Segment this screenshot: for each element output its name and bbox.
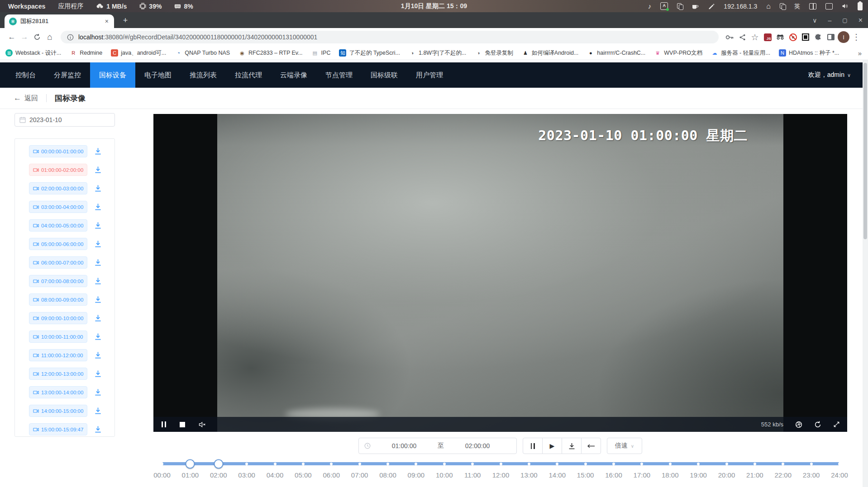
pause-button[interactable] xyxy=(523,438,543,454)
segment-download-icon[interactable] xyxy=(94,388,102,396)
segment-play-button[interactable]: 08:00:00-09:00:00 xyxy=(29,293,87,306)
bookmark-item[interactable]: ☁ 服务器 - 轻量应用... xyxy=(711,49,770,57)
site-info-icon[interactable] xyxy=(67,34,74,41)
side-panel-icon[interactable] xyxy=(825,31,837,43)
segment-play-button[interactable]: 12:00:00-13:00:00 xyxy=(29,368,87,380)
segment-play-button[interactable]: 06:00:00-07:00:00 xyxy=(29,256,87,269)
bookmark-item[interactable]: ◔ QNAP Turbo NAS xyxy=(175,49,230,57)
teacup-tray-icon[interactable] xyxy=(692,3,699,9)
scrollbar-thumb[interactable] xyxy=(863,63,867,239)
tab-close-icon[interactable]: × xyxy=(104,18,110,25)
end-time-input[interactable]: 02:00:00 xyxy=(444,442,511,449)
bookmark-item[interactable]: ◑ 1.8W字|了不起的... xyxy=(409,49,466,57)
tab-search-icon[interactable]: ∨ xyxy=(812,17,817,24)
nav-item-推流列表[interactable]: 推流列表 xyxy=(181,62,226,88)
extension-incognito-icon[interactable] xyxy=(774,31,787,43)
home-tray-icon[interactable]: ⌂ xyxy=(766,2,771,10)
segment-play-button[interactable]: 01:00:00-02:00:00 xyxy=(29,164,87,176)
bookmark-item[interactable]: ● hairrrrr/C-CrashC... xyxy=(587,49,645,57)
bookmark-item[interactable]: ▤ IPC xyxy=(311,49,331,57)
screenshot-tray-icon[interactable]: A xyxy=(660,2,668,10)
segment-play-button[interactable]: 05:00:00-06:00:00 xyxy=(29,238,87,250)
timeline-track[interactable] xyxy=(162,462,839,465)
forward-button[interactable]: → xyxy=(18,31,31,43)
pen-tray-icon[interactable] xyxy=(708,3,715,9)
segment-play-button[interactable]: 03:00:00-04:00:00 xyxy=(29,201,87,213)
applications-menu[interactable]: 应用程序 xyxy=(58,2,83,10)
bookmark-star-icon[interactable]: ☆ xyxy=(749,31,761,43)
bookmarks-overflow-icon[interactable]: » xyxy=(858,46,862,60)
welcome-user-menu[interactable]: 欢迎，admin ∨ xyxy=(808,71,863,79)
segment-download-icon[interactable] xyxy=(94,426,102,433)
segment-download-icon[interactable] xyxy=(94,259,102,266)
timeline-handle[interactable] xyxy=(214,459,223,468)
window-split-icon[interactable] xyxy=(809,3,816,9)
player-stop-icon[interactable] xyxy=(180,422,185,427)
password-key-icon[interactable] xyxy=(723,31,736,43)
profile-avatar[interactable]: I xyxy=(837,31,850,43)
extension-qr-icon[interactable] xyxy=(799,31,812,43)
extension-camera-block-icon[interactable] xyxy=(787,31,799,43)
seek-back-button[interactable] xyxy=(581,438,601,454)
input-method-indicator[interactable]: 英 xyxy=(794,2,800,10)
date-picker[interactable]: 2023-01-10 xyxy=(14,113,115,127)
playback-speed-dropdown[interactable]: 倍速 ∨ xyxy=(607,438,642,454)
ip-address[interactable]: 192.168.1.3 xyxy=(724,3,757,10)
home-button[interactable]: ⌂ xyxy=(43,31,56,43)
segment-download-icon[interactable] xyxy=(94,184,102,192)
share-icon[interactable] xyxy=(736,31,749,43)
segment-download-icon[interactable] xyxy=(94,222,102,229)
bookmark-item[interactable]: ≣ Webstack - 设计... xyxy=(5,49,61,57)
segment-play-button[interactable]: 10:00:00-11:00:00 xyxy=(29,331,87,343)
segment-download-icon[interactable] xyxy=(94,147,102,155)
back-link[interactable]: ← 返回 xyxy=(14,94,38,103)
nav-item-云端录像[interactable]: 云端录像 xyxy=(271,62,316,88)
segment-play-button[interactable]: 00:00:00-01:00:00 xyxy=(29,145,87,157)
nav-item-电子地图[interactable]: 电子地图 xyxy=(135,62,181,88)
window-close-button[interactable]: × xyxy=(858,16,863,24)
segment-play-button[interactable]: 11:00:00-12:00:00 xyxy=(29,349,87,361)
page-scrollbar[interactable] xyxy=(863,60,868,487)
segment-download-icon[interactable] xyxy=(94,240,102,248)
bookmark-item[interactable]: ♟ 如何编译Android... xyxy=(522,49,579,57)
segment-play-button[interactable]: 13:00:00-14:00:00 xyxy=(29,386,87,398)
segment-download-icon[interactable] xyxy=(94,333,102,340)
segment-download-icon[interactable] xyxy=(94,166,102,174)
segment-play-button[interactable]: 02:00:00-03:00:00 xyxy=(29,182,87,194)
bookmark-item[interactable]: ♛ WVP-PRO文档 xyxy=(654,49,702,57)
segment-play-button[interactable]: 07:00:00-08:00:00 xyxy=(29,275,87,287)
refresh-icon[interactable] xyxy=(814,421,821,428)
segment-download-icon[interactable] xyxy=(94,370,102,378)
download-button[interactable] xyxy=(562,438,582,454)
reload-button[interactable] xyxy=(31,31,43,43)
play-button[interactable]: ▶ xyxy=(542,438,562,454)
extensions-puzzle-icon[interactable] xyxy=(812,31,825,43)
segment-play-button[interactable]: 09:00:00-10:00:00 xyxy=(29,312,87,324)
window-minimize-button[interactable]: – xyxy=(828,17,832,24)
bookmark-item[interactable]: ◑ 免登录复制 xyxy=(475,49,513,57)
fullscreen-icon[interactable] xyxy=(833,421,840,428)
segment-download-icon[interactable] xyxy=(94,203,102,211)
segment-play-button[interactable]: 15:00:00-15:09:47 xyxy=(29,423,87,435)
back-button[interactable]: ← xyxy=(5,31,18,43)
volume-icon[interactable] xyxy=(842,3,849,9)
segment-play-button[interactable]: 14:00:00-15:00:00 xyxy=(29,405,87,417)
time-range-picker[interactable]: 01:00:00 至 02:00:00 xyxy=(358,438,517,454)
extension-js-icon[interactable]: JS xyxy=(761,31,774,43)
player-mute-icon[interactable] xyxy=(199,421,206,428)
battery-icon[interactable] xyxy=(858,2,863,10)
browser-tab[interactable]: ✻ 国标28181 × xyxy=(5,14,114,28)
nav-item-控制台[interactable]: 控制台 xyxy=(6,62,45,88)
nav-item-国标级联[interactable]: 国标级联 xyxy=(362,62,407,88)
segment-download-icon[interactable] xyxy=(94,296,102,303)
bookmark-item[interactable]: N HDAtmos :: 种子 *... xyxy=(779,49,839,57)
segment-download-icon[interactable] xyxy=(94,277,102,285)
nav-item-拉流代理[interactable]: 拉流代理 xyxy=(226,62,271,88)
new-tab-button[interactable]: + xyxy=(120,15,130,25)
start-time-input[interactable]: 01:00:00 xyxy=(371,442,438,449)
snapshot-aperture-icon[interactable] xyxy=(795,421,802,428)
segment-download-icon[interactable] xyxy=(94,314,102,322)
clipboard-tray-icon[interactable] xyxy=(677,3,682,9)
window-maximize-button[interactable]: ▢ xyxy=(842,17,847,24)
bookmark-item[interactable]: R Redmine xyxy=(70,49,102,57)
